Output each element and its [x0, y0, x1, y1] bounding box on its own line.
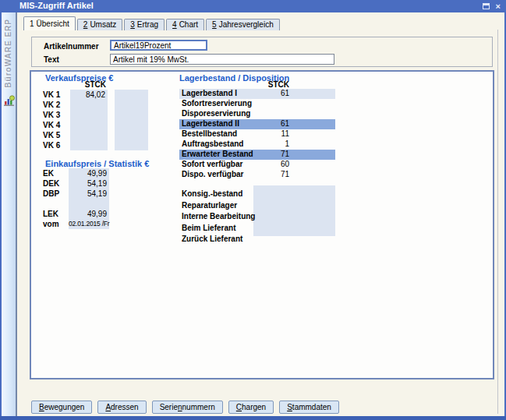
window-controls: ×: [483, 2, 501, 10]
seriennummern-button[interactable]: Seriennummern: [152, 401, 223, 414]
verkauf-unit-header: STCK: [62, 80, 106, 89]
table-row: Dispo. verfügbar 71: [179, 170, 335, 180]
verkauf-label-column: VK 1 VK 2 VK 3 VK 4 VK 5 VK 6: [43, 90, 69, 150]
row-label: vom: [43, 219, 69, 229]
row-label: Bestellbestand: [182, 129, 237, 139]
lager-unit-header: STCK: [242, 80, 289, 89]
tab-number: 4: [172, 20, 177, 29]
row-label: DEK: [43, 178, 69, 189]
adressen-button[interactable]: Adressen: [97, 401, 146, 414]
row-label: Beim Lieferant: [179, 223, 335, 235]
verkauf-value-box-2: [115, 90, 148, 150]
table-row: Auftragsbestand 1: [179, 139, 335, 150]
tab-ertrag[interactable]: 3Ertrag: [124, 19, 165, 30]
lager-extra-table: Konsig.-bestand Reparaturlager Interne B…: [179, 189, 335, 245]
tab-number: 3: [130, 20, 135, 29]
row-label: Sofort verfügbar: [182, 160, 242, 169]
einkauf-value-column: 49,99 54,19 54,19 49,99 02.01.2015 /Fr: [69, 168, 107, 229]
row-label: VK 1: [43, 90, 69, 100]
row-value: 61: [242, 119, 289, 129]
text-input[interactable]: [110, 54, 334, 65]
row-value: [70, 110, 105, 120]
stammdaten-button[interactable]: Stammdaten: [279, 401, 339, 414]
row-value: 02.01.2015 /Fr: [69, 219, 107, 229]
tab-uebersicht[interactable]: 1Übersicht: [23, 16, 76, 30]
row-label: Reparaturlager: [179, 200, 335, 212]
row-label: LEK: [43, 209, 69, 219]
sidebar: BüroWARE ERP: [2, 12, 17, 416]
row-label: Auftragsbestand: [182, 139, 243, 149]
restore-icon[interactable]: [483, 3, 490, 9]
title-bar[interactable]: MIS-Zugriff Artikel ×: [0, 0, 506, 12]
row-value: 1: [242, 139, 289, 149]
tab-number: 2: [83, 20, 88, 29]
artikelnummer-label: Artikelnummer: [44, 42, 99, 51]
brand-vertical-label: BüroWARE ERP: [4, 19, 12, 88]
row-value: [70, 100, 105, 110]
tab-label: Chart: [179, 20, 198, 29]
overview-panel: Verkaufspreise € STCK VK 1 VK 2 VK 3 VK …: [30, 70, 494, 379]
row-value: 61: [242, 89, 289, 98]
tab-label: Übersicht: [37, 19, 69, 28]
window-title: MIS-Zugriff Artikel: [19, 1, 94, 10]
tab-umsatz[interactable]: 2Umsatz: [77, 19, 122, 30]
row-value: 71: [242, 150, 289, 159]
chargen-button[interactable]: Chargen: [228, 401, 274, 414]
row-label: VK 5: [43, 130, 69, 140]
tab-jahresvergleich[interactable]: 5Jahresvergleich: [206, 19, 280, 30]
table-row: Bestellbestand 11: [179, 129, 335, 139]
page-outline: [497, 30, 498, 414]
row-label: VK 6: [43, 140, 69, 150]
table-row: Sofortreservierung: [179, 99, 335, 109]
tab-chart[interactable]: 4Chart: [166, 19, 204, 30]
table-row: Lagerbestand II 61: [179, 119, 335, 129]
tab-label: Ertrag: [137, 20, 158, 29]
row-value: 60: [242, 160, 289, 169]
row-label: Konsig.-bestand: [179, 189, 335, 200]
einkauf-label-column: EK DEK DBP LEK vom: [43, 168, 69, 229]
artikelnummer-input[interactable]: [110, 40, 207, 51]
row-label: Disporeservierung: [182, 109, 250, 118]
window-border-bottom: [0, 416, 506, 420]
einkaufspreis-header: Einkaufspreis / Statistik €: [45, 159, 149, 168]
statistics-chart-icon[interactable]: [3, 95, 16, 108]
mis-zugriff-artikel-window: MIS-Zugriff Artikel × BüroWARE ERP 1Über…: [0, 0, 506, 420]
row-label: [43, 199, 69, 209]
row-label: VK 3: [43, 110, 69, 120]
row-value: 11: [242, 129, 289, 139]
lager-table: Lagerbestand I 61 Sofortreservierung Dis…: [179, 89, 335, 180]
text-label: Text: [44, 55, 59, 64]
row-value: 71: [242, 170, 289, 179]
row-label: Lagerbestand II: [182, 119, 239, 129]
row-value: [70, 140, 105, 150]
row-label: VK 2: [43, 100, 69, 110]
footer-button-row: Bewegungen Adressen Seriennummern Charge…: [31, 401, 339, 414]
row-label: Lagerbestand I: [182, 89, 237, 98]
row-value: 84,02: [70, 90, 105, 100]
table-row: Erwarteter Bestand 71: [179, 150, 335, 160]
verkauf-value-column: 84,02: [70, 90, 105, 150]
row-label: Zurück Lieferant: [179, 234, 335, 245]
row-label: VK 4: [43, 120, 69, 130]
article-fieldset: Artikelnummer Text: [31, 37, 493, 67]
close-icon[interactable]: ×: [496, 2, 501, 10]
tab-label: Jahresvergleich: [219, 20, 274, 29]
tab-number: 5: [212, 20, 217, 29]
table-row: Lagerbestand I 61: [179, 89, 335, 99]
table-row: Disporeservierung: [179, 109, 335, 119]
tab-label: Umsatz: [90, 20, 116, 29]
row-value: 49,99: [69, 209, 107, 219]
row-value: 54,19: [69, 178, 107, 189]
row-value: [70, 130, 105, 140]
row-label: Sofortreservierung: [182, 99, 252, 108]
tab-number: 1: [30, 19, 34, 28]
tab-strip: 1Übersicht 2Umsatz 3Ertrag 4Chart 5Jahre…: [23, 16, 281, 30]
row-value: 49,99: [69, 168, 107, 178]
row-label: DBP: [43, 189, 69, 199]
row-value: [69, 199, 107, 209]
row-value: 54,19: [69, 189, 107, 199]
row-label: Interne Bearbeitung: [179, 211, 335, 223]
bewegungen-button[interactable]: Bewegungen: [31, 401, 92, 414]
table-row: Sofort verfügbar 60: [179, 160, 335, 170]
row-label: EK: [43, 168, 69, 178]
